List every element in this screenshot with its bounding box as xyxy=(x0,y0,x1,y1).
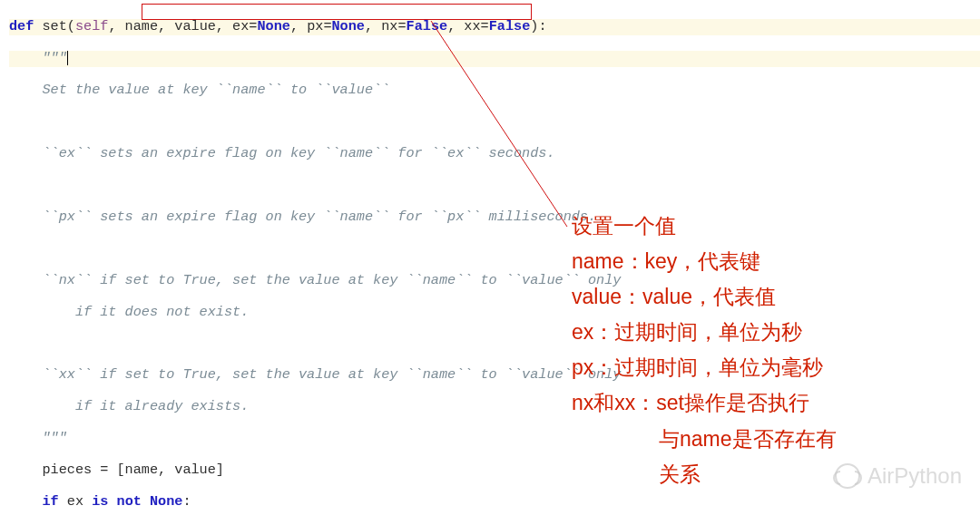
code-line: def set(self, name, value, ex=None, px=N… xyxy=(9,19,980,34)
code-line xyxy=(9,114,980,130)
annotation-panel: 设置一个值 name：key，代表键 value：value，代表值 ex：过期… xyxy=(572,209,837,492)
code-line: if ex is not None: xyxy=(9,494,980,510)
code-line: ``ex`` sets an expire flag on key ``name… xyxy=(9,146,980,161)
code-line: """ xyxy=(9,51,980,66)
watermark-text: AirPython xyxy=(867,463,962,489)
wechat-icon xyxy=(835,463,860,489)
annotation-line: value：value，代表值 xyxy=(572,279,837,315)
annotation-line: ex：过期时间，单位为秒 xyxy=(572,315,837,350)
code-line xyxy=(9,178,980,193)
text-cursor xyxy=(67,51,68,65)
annotation-line: nx和xx：set操作是否执行 xyxy=(572,385,837,421)
annotation-line: 关系 xyxy=(572,457,837,492)
code-line: Set the value at key ``name`` to ``value… xyxy=(9,83,980,98)
annotation-line: name：key，代表键 xyxy=(572,244,837,279)
annotation-line: 设置一个值 xyxy=(572,209,837,244)
annotation-line: px：过期时间，单位为毫秒 xyxy=(572,350,837,385)
watermark: AirPython xyxy=(835,463,962,489)
annotation-line: 与name是否存在有 xyxy=(572,422,837,457)
